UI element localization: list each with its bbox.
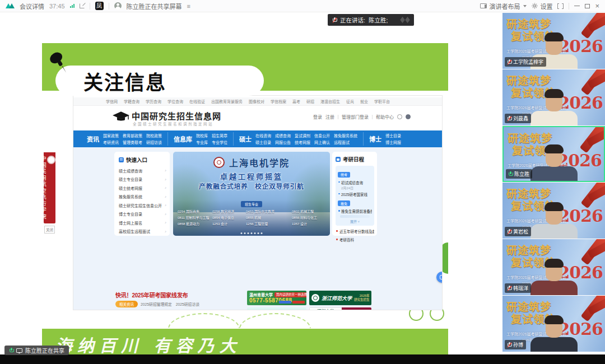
schedule-link[interactable]: 推免生需提前准备的信息 bbox=[338, 208, 372, 214]
participant-tile[interactable]: 研途筑梦 复试领航 2026 工学院2026届考研复试指导交流会 2026年3月… bbox=[502, 126, 605, 182]
nav-link[interactable]: 网上确认 bbox=[314, 139, 330, 145]
nav-link[interactable]: 在线咨询 bbox=[255, 133, 271, 138]
nav-group-database: 信息库 院校库招生简章 专业库专业学位 bbox=[167, 132, 233, 146]
wechat-icon[interactable] bbox=[397, 114, 402, 119]
utility-nav-link[interactable]: 学位查询 bbox=[167, 99, 183, 104]
meeting-topbar: 会议详情 37:45 凤 陈立胜正在共享屏幕 ≡ 演讲者布局 设置 bbox=[0, 0, 605, 12]
nav-group-label[interactable]: 硕士 bbox=[239, 134, 252, 143]
ad-zhejiang-normal[interactable]: 浙江师范大学 2025年研究生招生 bbox=[309, 291, 371, 305]
participant-tile[interactable]: 研途筑梦 复试领航 2026 工学院2026届考研复试指导交流会 2026年3月… bbox=[502, 13, 605, 69]
nav-link[interactable]: 信息公开 bbox=[314, 133, 330, 138]
carousel-dots[interactable] bbox=[241, 232, 263, 234]
utility-nav-link[interactable]: 学历查询 bbox=[146, 99, 161, 104]
register-link[interactable]: 注册 bbox=[325, 114, 334, 120]
quick-entry-link[interactable]: 硕士研究生招生信息公开› bbox=[119, 201, 166, 210]
schedule-link[interactable]: 初试成绩查询 bbox=[338, 180, 372, 185]
nav-link[interactable]: 专业学位 bbox=[212, 139, 227, 145]
message-icon[interactable] bbox=[406, 114, 411, 119]
news-subtext[interactable]: 2025研招管理规定 2025研招访谈 bbox=[141, 301, 199, 307]
fullscreen-icon[interactable] bbox=[557, 3, 564, 9]
share-menu-icon[interactable]: ≡ bbox=[187, 3, 190, 10]
login-link[interactable]: 登录 bbox=[313, 114, 322, 120]
layout-switch-button[interactable]: 演讲者布局 bbox=[480, 2, 527, 11]
vertical-ribbon-ad[interactable]: 中国民用航空飞行学院 关闭 bbox=[44, 152, 55, 234]
nav-link[interactable]: 推免服务系统 bbox=[334, 133, 357, 138]
participant-tile[interactable]: 研途筑梦 复试领航 2026 工学院2026届考研复试指导交流会 2026年3月… bbox=[502, 239, 605, 295]
floating-widget-button[interactable] bbox=[436, 272, 443, 283]
quick-entry-link[interactable]: 硕士成绩查询› bbox=[119, 166, 166, 175]
nav-group-label[interactable]: 信息库 bbox=[174, 134, 192, 143]
nav-group-label[interactable]: 博士 bbox=[369, 134, 381, 143]
nav-link[interactable]: 博士网报 bbox=[385, 139, 401, 145]
divider bbox=[109, 3, 109, 10]
meeting-detail-button[interactable]: 会议详情 bbox=[20, 2, 44, 11]
nav-link[interactable]: 研招访谈 bbox=[146, 139, 162, 145]
utility-nav-link[interactable]: 研招 bbox=[306, 99, 314, 104]
admin-login-link[interactable]: 管理部门登录 bbox=[342, 114, 369, 120]
popout-icon[interactable] bbox=[80, 3, 85, 8]
utility-nav-link[interactable]: 学信档案 bbox=[271, 99, 286, 104]
close-button[interactable]: × bbox=[595, 3, 599, 9]
utility-nav-link[interactable]: 征兵 bbox=[346, 99, 354, 104]
ribbon-ad-text[interactable]: 中国民用航空飞行学院 bbox=[44, 152, 55, 223]
major-item: 1357 设计 bbox=[292, 221, 330, 226]
nav-link[interactable]: 复试调剂 bbox=[295, 133, 310, 138]
quick-entry-link[interactable]: 推免服务系统› bbox=[119, 193, 166, 202]
schedule-link[interactable]: 考研百科 bbox=[336, 237, 374, 242]
schedule-link[interactable]: 近五年研考分数线及趋势图 bbox=[336, 228, 374, 234]
utility-nav-link[interactable]: 高考 bbox=[292, 99, 300, 104]
utility-nav-link[interactable]: 图像校对 bbox=[249, 99, 264, 104]
nav-group-news: 资讯 国家政策教育部政策院校政策 考研资讯管理类联考研招访谈 bbox=[81, 132, 167, 146]
participant-tile[interactable]: 研途筑梦 复试领航 2026 工学院2026届考研复试指导交流会 2026年3月… bbox=[502, 296, 605, 352]
quick-entry-link[interactable]: 硕士专业目录› bbox=[119, 175, 166, 184]
utility-nav-link[interactable]: 出国教育背景服务 bbox=[211, 99, 243, 104]
utility-nav-link[interactable]: 港澳台招生 bbox=[320, 99, 340, 104]
nav-link[interactable]: 招生简章 bbox=[212, 133, 227, 138]
nav-link[interactable]: 硕士目录 bbox=[255, 139, 271, 145]
ad-hku-fudan-imba[interactable]: 港大-复旦IMBA项目 2025秋季入学 bbox=[247, 307, 306, 310]
sharing-toast-text: 陈立胜正在共享 bbox=[25, 346, 64, 354]
ad-shenzhen-fintech[interactable]: 深圳大学 金融科技学院 金融科技与风险控制硕士 bbox=[309, 307, 371, 310]
nav-link[interactable]: 考研资讯 bbox=[103, 139, 119, 145]
participant-tile[interactable]: 研途筑梦 复试领航 2026 工学院2026届考研复试指导交流会 2026年3月… bbox=[502, 69, 605, 125]
news-headline[interactable]: 快讯！2025年研考国家线发布 bbox=[115, 291, 245, 299]
minimize-button[interactable] bbox=[574, 6, 580, 6]
ad-wenzhou-kean[interactable]: 温州肯恩大学 国内读研的另一种选择 0577-55870688 bbox=[247, 291, 306, 305]
site-name[interactable]: 中国研究生招生信息网 bbox=[132, 110, 221, 122]
utility-nav-link[interactable]: 学籍查询 bbox=[124, 99, 139, 104]
nav-link[interactable]: 院校政策 bbox=[146, 133, 162, 138]
quick-entry-link[interactable]: 博士专业目录› bbox=[119, 210, 166, 219]
nav-link[interactable]: 博士目录 bbox=[385, 133, 401, 138]
sharing-status-text: 陈立胜正在共享屏幕 bbox=[127, 2, 182, 11]
nav-link[interactable]: 远程面试 bbox=[334, 139, 350, 145]
nav-link[interactable]: 院校库 bbox=[196, 133, 208, 138]
quick-entry-link[interactable]: 高校招生远程面试› bbox=[119, 227, 166, 236]
utility-nav-link[interactable]: 就业 bbox=[360, 99, 368, 104]
nav-link[interactable]: 管理类联考 bbox=[123, 139, 142, 145]
nav-link[interactable]: 成绩查询 bbox=[275, 133, 291, 138]
nav-group-label[interactable]: 资讯 bbox=[87, 134, 99, 143]
utility-nav-link[interactable]: 在线验证 bbox=[189, 99, 205, 104]
nav-link[interactable]: 教育部政策 bbox=[123, 133, 142, 138]
sharer-avatar bbox=[114, 2, 122, 10]
divider bbox=[90, 3, 90, 10]
nav-link[interactable]: 统考网报 bbox=[295, 139, 310, 145]
help-center-link[interactable]: 帮助中心 bbox=[376, 114, 394, 120]
settings-button[interactable]: 设置 bbox=[532, 2, 552, 11]
quick-entry-link[interactable]: 硕士统考网报› bbox=[119, 184, 166, 193]
utility-nav-link[interactable]: 学职平台 bbox=[374, 99, 390, 104]
sharing-toast[interactable]: 陈立胜正在共享 bbox=[4, 346, 69, 355]
maximize-button[interactable] bbox=[585, 4, 590, 8]
nav-link[interactable]: 网报公告 bbox=[275, 139, 291, 145]
ribbon-close-button[interactable]: 关闭 bbox=[44, 226, 55, 234]
participant-tile[interactable]: 研途筑梦 复试领航 2026 工学院2026届考研复试指导交流会 2026年3月… bbox=[502, 183, 605, 239]
nav-link[interactable]: 国家政策 bbox=[103, 133, 119, 138]
school-banner[interactable]: 上海电机学院 卓越工程师摇篮 产教融合式培养 校企双导师引航 招生专业 0254… bbox=[173, 152, 330, 236]
expand-button[interactable]: 展开 ˅ bbox=[338, 219, 372, 224]
nav-link[interactable]: 专业库 bbox=[196, 139, 208, 145]
utility-nav-link[interactable]: 学信网 bbox=[106, 99, 118, 104]
chevron-right-icon: › bbox=[165, 220, 166, 225]
major-item: 1253 会计 bbox=[212, 221, 244, 226]
schedule-link[interactable]: 2025研考国家线 bbox=[338, 192, 372, 197]
quick-entry-link[interactable]: 博士网上报名› bbox=[119, 218, 166, 227]
